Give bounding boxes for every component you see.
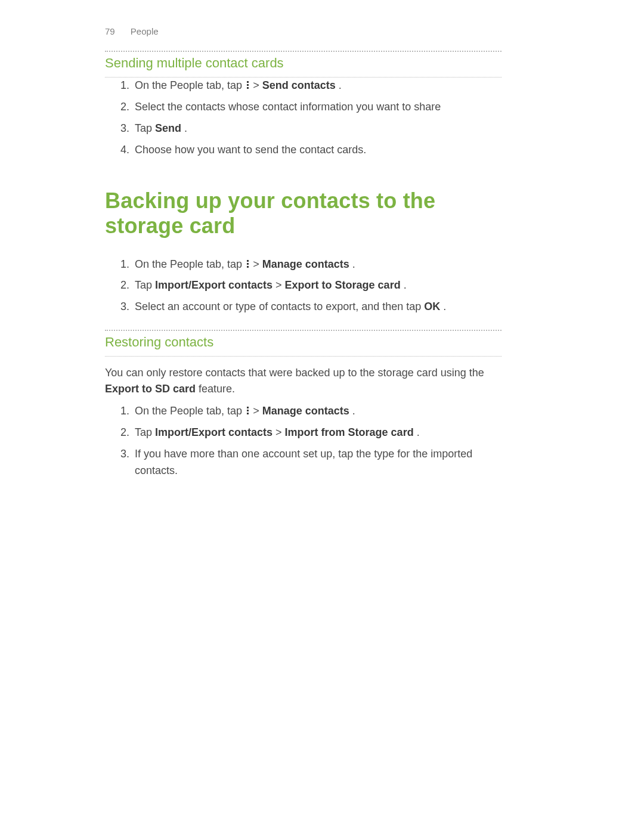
document-page: 79 People Sending multiple contact cards…	[0, 0, 644, 833]
subheading-sending-multiple: Sending multiple contact cards	[105, 55, 501, 71]
svg-rect-5	[247, 266, 249, 268]
step-text: >	[275, 426, 285, 438]
page-number: 79	[105, 26, 115, 36]
vertical-dots-icon	[246, 81, 249, 89]
step-item: On the People tab, tap > Send contacts .	[132, 78, 501, 94]
step-item: If you have more than one account set up…	[132, 446, 501, 479]
step-text: If you have more than one account set up…	[135, 448, 472, 476]
ui-label: Manage contacts	[262, 258, 349, 270]
step-text: Select the contacts whose contact inform…	[135, 101, 441, 113]
step-text: .	[352, 258, 355, 270]
step-text: .	[404, 279, 407, 291]
step-item: Tap Send .	[132, 120, 501, 137]
step-text: >	[275, 279, 285, 291]
svg-rect-6	[247, 407, 249, 408]
steps-list: On the People tab, tap > Send contacts .…	[105, 78, 501, 159]
content-column: 79 People Sending multiple contact cards…	[105, 26, 501, 479]
divider	[105, 330, 501, 331]
step-text: .	[417, 426, 420, 438]
section-name: People	[131, 26, 159, 36]
svg-rect-7	[247, 410, 249, 411]
step-text: Choose how you want to send the contact …	[135, 144, 366, 156]
heading-backing-up: Backing up your contacts to the storage …	[105, 188, 501, 239]
svg-rect-3	[247, 260, 249, 262]
svg-rect-8	[247, 413, 249, 414]
step-text: .	[184, 122, 187, 134]
step-text: >	[253, 79, 262, 91]
ui-label: Import from Storage card	[285, 426, 414, 438]
ui-label: Send contacts	[262, 79, 336, 91]
divider	[105, 51, 501, 52]
subheading-restoring: Restoring contacts	[105, 335, 501, 350]
body-text: You can only restore contacts that were …	[105, 367, 484, 379]
step-text: .	[339, 79, 342, 91]
step-text: >	[253, 405, 262, 417]
ui-label: Import/Export contacts	[155, 279, 273, 291]
step-item: Choose how you want to send the contact …	[132, 142, 501, 159]
step-text: .	[443, 301, 446, 312]
step-text: On the People tab, tap	[135, 405, 245, 417]
step-item: Select the contacts whose contact inform…	[132, 99, 501, 116]
steps-list: On the People tab, tap > Manage contacts…	[105, 256, 501, 316]
svg-rect-4	[247, 263, 249, 265]
ui-label: Send	[155, 122, 181, 134]
step-item: On the People tab, tap > Manage contacts…	[132, 256, 501, 273]
paragraph: You can only restore contacts that were …	[105, 365, 501, 397]
ui-label: Export to Storage card	[285, 279, 401, 291]
step-text: Tap	[135, 426, 155, 438]
svg-rect-0	[247, 81, 249, 83]
steps-list: On the People tab, tap > Manage contacts…	[105, 403, 501, 479]
svg-rect-1	[247, 84, 249, 86]
step-text: .	[352, 405, 355, 417]
page-header: 79 People	[105, 26, 501, 36]
step-text: Tap	[135, 279, 155, 291]
step-text: On the People tab, tap	[135, 258, 245, 270]
step-item: Tap Import/Export contacts > Import from…	[132, 425, 501, 441]
ui-label: Manage contacts	[262, 405, 349, 417]
vertical-dots-icon	[246, 260, 249, 268]
ui-label: Import/Export contacts	[155, 426, 273, 438]
step-item: Select an account or type of contacts to…	[132, 299, 501, 315]
ui-label: OK	[424, 301, 440, 312]
step-text: On the People tab, tap	[135, 79, 245, 91]
vertical-dots-icon	[246, 407, 249, 415]
svg-rect-2	[247, 87, 249, 89]
step-text: Tap	[135, 122, 155, 134]
step-item: Tap Import/Export contacts > Export to S…	[132, 277, 501, 294]
step-item: On the People tab, tap > Manage contacts…	[132, 403, 501, 420]
ui-label: Export to SD card	[105, 383, 196, 395]
body-text: feature.	[199, 383, 235, 395]
step-text: Select an account or type of contacts to…	[135, 301, 424, 312]
step-text: >	[253, 258, 262, 270]
divider	[105, 356, 501, 357]
